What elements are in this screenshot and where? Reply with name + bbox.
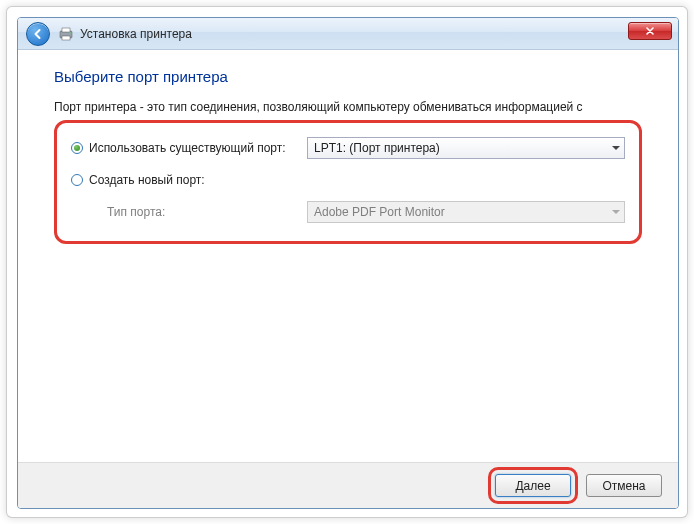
close-icon [645,26,655,36]
screenshot-frame: Установка принтера Выберите порт принтер… [6,6,688,518]
radio-create-new-label[interactable]: Создать новый порт: [89,173,205,187]
back-arrow-icon [32,28,44,40]
svg-point-3 [69,32,71,34]
close-button[interactable] [628,22,672,40]
radio-create-new[interactable] [71,174,83,186]
wizard-content: Выберите порт принтера Порт принтера - э… [18,50,678,244]
port-options-highlight: Использовать существующий порт: LPT1: (П… [54,120,642,244]
page-heading: Выберите порт принтера [54,68,642,85]
next-button-highlight: Далее [488,467,578,504]
port-type-row: Тип порта: Adobe PDF Port Monitor [71,201,625,223]
printer-icon [58,26,74,42]
wizard-window: Установка принтера Выберите порт принтер… [17,17,679,509]
window-title: Установка принтера [80,27,192,41]
chevron-down-icon [612,146,620,150]
page-subtext: Порт принтера - это тип соединения, позв… [54,99,642,116]
svg-rect-1 [62,28,70,32]
option-use-existing-port: Использовать существующий порт: LPT1: (П… [71,137,625,159]
port-type-value: Adobe PDF Port Monitor [314,205,445,219]
radio-use-existing[interactable] [71,142,83,154]
port-type-dropdown: Adobe PDF Port Monitor [307,201,625,223]
option-create-new-port: Создать новый порт: [71,173,625,187]
cancel-button[interactable]: Отмена [586,474,662,497]
port-type-label: Тип порта: [71,205,307,219]
next-button[interactable]: Далее [495,474,571,497]
wizard-footer: Далее Отмена [18,462,678,508]
chevron-down-icon [612,210,620,214]
back-button[interactable] [26,22,50,46]
existing-port-value: LPT1: (Порт принтера) [314,141,440,155]
existing-port-dropdown[interactable]: LPT1: (Порт принтера) [307,137,625,159]
titlebar: Установка принтера [18,18,678,50]
radio-use-existing-label[interactable]: Использовать существующий порт: [89,141,286,155]
svg-rect-2 [62,36,70,40]
